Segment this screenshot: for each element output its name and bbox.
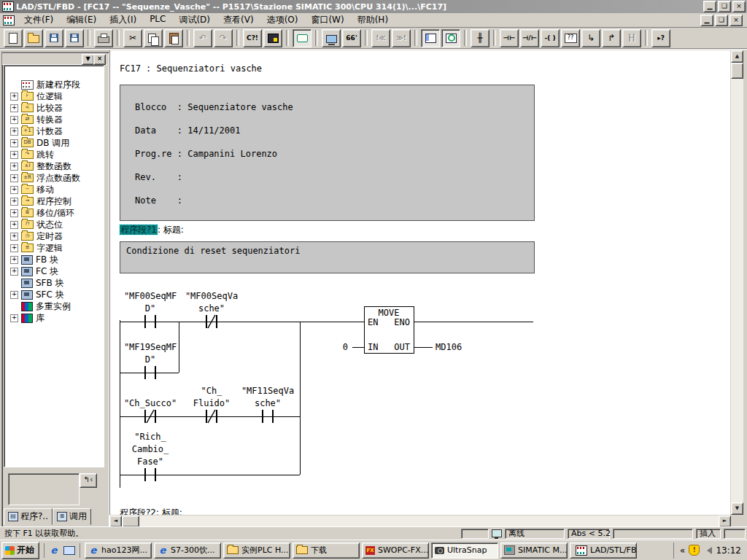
detail-toggle-small-button[interactable]: ↰‹ <box>80 473 97 488</box>
redo-button[interactable]: ↷ <box>214 29 233 47</box>
menu-item-1[interactable]: 编辑(E) <box>60 12 103 28</box>
new-button[interactable] <box>4 29 23 47</box>
ladder-contact[interactable]: "MF00SeqMFD" <box>124 291 177 328</box>
ladder-contact[interactable]: "Rich_Cambio_Fase" <box>132 432 169 481</box>
expander-plus-icon[interactable]: + <box>10 116 18 124</box>
tab-program-elements[interactable]: ▤ 程序?.. <box>4 508 53 525</box>
tree-item-5[interactable]: +DBDB 调用 <box>4 137 104 149</box>
symbol-toggle-button[interactable] <box>293 29 311 47</box>
scroll-right-icon[interactable]: ► <box>719 516 731 527</box>
expander-plus-icon[interactable]: + <box>10 174 18 182</box>
menu-item-8[interactable]: 帮助(H) <box>351 12 395 28</box>
ladder-contact[interactable]: "MF00SeqVasche" <box>185 291 238 328</box>
tree-item-20[interactable]: +库 <box>4 312 104 324</box>
child-restore-button[interactable]: ❏ <box>715 15 728 26</box>
expander-plus-icon[interactable]: + <box>10 209 18 217</box>
new-network-button[interactable]: ╫ <box>471 29 489 47</box>
goto-button[interactable]: C?! <box>243 29 262 47</box>
ladder-contact[interactable]: "MF19SeqMFD" <box>124 342 177 379</box>
security-shield-icon[interactable]: ! <box>689 545 700 556</box>
tree-item-13[interactable]: +◷定时器 <box>4 230 104 242</box>
tree-item-11[interactable]: +≣移位/循环 <box>4 207 104 219</box>
overview-toggle-button[interactable] <box>421 29 440 47</box>
cut-button[interactable]: ✂ <box>123 29 142 47</box>
t-branch-button[interactable]: ┠┨ <box>622 29 641 47</box>
taskbar-button-7[interactable]: LAD/STL/FB... <box>570 542 637 559</box>
close-button[interactable]: × <box>732 1 746 12</box>
tree-item-6[interactable]: +↷跳转 <box>4 149 104 160</box>
next-error-button[interactable]: ≫! <box>392 29 411 47</box>
expander-plus-icon[interactable]: + <box>10 186 18 194</box>
dropdown-icon[interactable]: ▼ <box>82 54 94 65</box>
print-button[interactable] <box>94 29 113 47</box>
expander-plus-icon[interactable]: + <box>10 163 18 171</box>
tree-item-19[interactable]: 多重实例 <box>4 300 104 312</box>
expander-plus-icon[interactable]: + <box>10 244 18 252</box>
tree-item-9[interactable]: +~移动 <box>4 184 104 195</box>
menu-item-2[interactable]: 插入(I) <box>103 12 143 28</box>
tree-item-7[interactable]: +±I整数函数 <box>4 160 104 172</box>
expander-plus-icon[interactable]: + <box>10 198 18 206</box>
tree-item-0[interactable]: 新建程序段 <box>4 79 104 90</box>
expander-plus-icon[interactable]: + <box>10 291 18 299</box>
menu-item-7[interactable]: 窗口(W) <box>304 12 350 28</box>
ladder-editor[interactable]: "MF00SeqMFD""MF00SeqVasche""MF19SeqMFD""… <box>109 50 730 515</box>
child-window-icon[interactable] <box>3 15 15 26</box>
child-minimize-button[interactable]: ▁ <box>700 15 713 26</box>
taskbar-button-3[interactable]: 下载 <box>293 542 360 559</box>
expander-plus-icon[interactable]: + <box>10 256 18 264</box>
vertical-scroll-thumb[interactable] <box>731 63 743 79</box>
tray-chevron-icon[interactable]: « <box>680 545 685 556</box>
menu-item-0[interactable]: 文件(F) <box>18 12 60 28</box>
menu-item-3[interactable]: PLC <box>143 12 172 28</box>
ladder-move-box[interactable]: MOVEENENOINOUT0MD106 <box>343 306 462 353</box>
tree-item-1[interactable]: +⊦位逻辑 <box>4 90 104 102</box>
tree-item-14[interactable]: +≡字逻辑 <box>4 242 104 254</box>
menu-item-4[interactable]: 调试(D) <box>172 12 217 28</box>
volume-icon[interactable] <box>703 547 712 554</box>
tree-item-8[interactable]: +±R浮点数函数 <box>4 172 104 184</box>
tree-item-18[interactable]: +SFC 块 <box>4 289 104 300</box>
accessible-nodes-button[interactable] <box>322 29 341 47</box>
open-branch-button[interactable]: ↳ <box>581 29 600 47</box>
block-header-comment-box[interactable]: Blocco : Sequenziatore vasche Data : 14/… <box>120 85 535 221</box>
expander-plus-icon[interactable]: + <box>10 128 18 136</box>
ladder-contact[interactable]: "Ch_Succo" <box>124 398 177 423</box>
expander-plus-icon[interactable]: + <box>10 93 18 101</box>
empty-box-button[interactable]: ?? <box>561 29 580 47</box>
detail-toggle-button[interactable] <box>441 29 460 47</box>
help-cursor-button[interactable]: ▸? <box>651 29 670 47</box>
menu-item-5[interactable]: 查看(V) <box>217 12 260 28</box>
scroll-left-icon[interactable]: ◄ <box>109 516 122 527</box>
ladder-contact[interactable]: "Ch_Fluido" <box>193 386 231 423</box>
scroll-up-icon[interactable]: ▲ <box>731 50 743 63</box>
tree-item-2[interactable]: +<比较器 <box>4 102 104 114</box>
minimize-button[interactable]: ▁ <box>703 1 716 12</box>
tree-item-12[interactable]: +?!状态位 <box>4 219 104 230</box>
start-button[interactable]: 开始 <box>1 542 39 559</box>
save-as-button[interactable] <box>44 29 63 47</box>
horizontal-scroll-thumb[interactable] <box>122 516 139 527</box>
expander-plus-icon[interactable]: + <box>10 221 18 229</box>
sidebar-close-icon[interactable]: × <box>93 54 106 65</box>
expander-plus-icon[interactable]: + <box>10 314 18 322</box>
tree-item-4[interactable]: ++1计数器 <box>4 125 104 137</box>
network-label[interactable]: 程序段?1 <box>120 225 158 235</box>
coil-button[interactable]: -( ) <box>541 29 560 47</box>
tab-call-structure[interactable]: ≣ 调用 <box>53 508 91 525</box>
tree-item-15[interactable]: +FB 块 <box>4 254 104 265</box>
ie-quicklaunch-icon[interactable]: e <box>49 545 59 556</box>
taskbar-button-5[interactable]: UltraSnap <box>431 542 498 559</box>
nc-contact-button[interactable]: ⊣/⊢ <box>520 29 539 47</box>
vertical-scrollbar[interactable]: ▲ ▼ <box>731 50 743 515</box>
no-contact-button[interactable]: ⊣⊢ <box>500 29 519 47</box>
close-branch-button[interactable]: ↱ <box>602 29 621 47</box>
expander-plus-icon[interactable]: + <box>10 233 18 241</box>
undo-button[interactable]: ↶ <box>193 29 212 47</box>
child-close-button[interactable]: × <box>729 15 743 26</box>
monitor-glasses-button[interactable]: 66' <box>342 29 361 47</box>
taskbar-button-4[interactable]: FXSWOPC-FX... <box>362 542 429 559</box>
taskbar-button-1[interactable]: eS7-300饮... <box>154 542 221 559</box>
open-button[interactable] <box>24 29 43 47</box>
copy-button[interactable] <box>144 29 163 47</box>
